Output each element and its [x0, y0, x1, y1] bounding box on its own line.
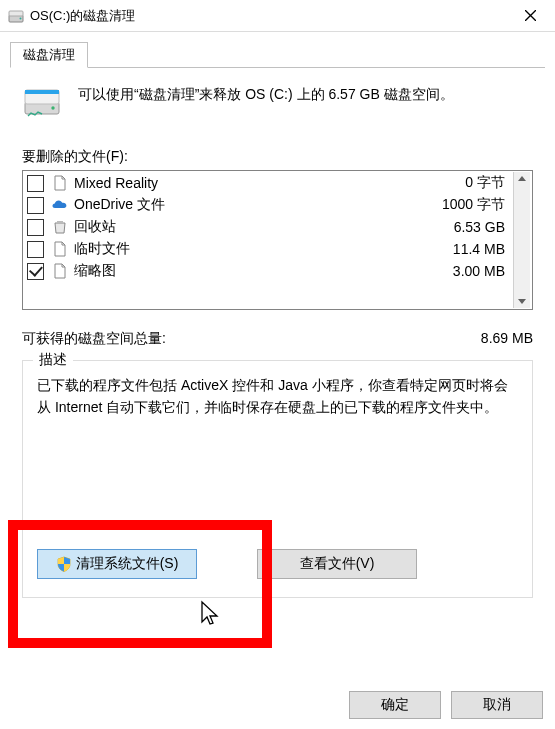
- total-gain-value: 8.69 MB: [481, 330, 533, 348]
- files-list[interactable]: Mixed Reality0 字节OneDrive 文件1000 字节回收站6.…: [25, 172, 513, 308]
- cancel-button[interactable]: 取消: [451, 691, 543, 719]
- view-files-button[interactable]: 查看文件(V): [257, 549, 417, 579]
- files-list-box: Mixed Reality0 字节OneDrive 文件1000 字节回收站6.…: [22, 170, 533, 310]
- file-size: 0 字节: [421, 174, 511, 192]
- file-size: 1000 字节: [421, 196, 511, 214]
- cursor-icon: [200, 600, 220, 628]
- file-name: 缩略图: [74, 262, 421, 280]
- onedrive-icon: [52, 197, 68, 213]
- file-checkbox[interactable]: [27, 197, 44, 214]
- disk-cleanup-icon: [22, 82, 62, 122]
- clean-system-files-label: 清理系统文件(S): [76, 555, 179, 573]
- intro-text: 可以使用“磁盘清理”来释放 OS (C:) 上的 6.57 GB 磁盘空间。: [78, 80, 454, 104]
- file-icon: [52, 175, 68, 191]
- drive-icon: [8, 8, 24, 24]
- close-icon: [525, 10, 536, 21]
- files-to-delete-label: 要删除的文件(F):: [22, 148, 533, 166]
- file-checkbox[interactable]: [27, 175, 44, 192]
- description-legend: 描述: [33, 351, 73, 369]
- cancel-label: 取消: [483, 696, 511, 714]
- file-row[interactable]: OneDrive 文件1000 字节: [25, 194, 513, 216]
- recycle-bin-icon: [52, 219, 68, 235]
- window-title: OS(C:)的磁盘清理: [30, 7, 507, 25]
- ok-label: 确定: [381, 696, 409, 714]
- svg-rect-9: [57, 221, 63, 223]
- tabstrip: 磁盘清理: [10, 42, 545, 68]
- file-row[interactable]: 回收站6.53 GB: [25, 216, 513, 238]
- file-icon: [52, 263, 68, 279]
- file-size: 11.4 MB: [421, 241, 511, 257]
- file-checkbox[interactable]: [27, 219, 44, 236]
- file-row[interactable]: 缩略图3.00 MB: [25, 260, 513, 282]
- file-name: 临时文件: [74, 240, 421, 258]
- shield-icon: [56, 556, 72, 572]
- file-name: Mixed Reality: [74, 175, 421, 191]
- scroll-up-icon[interactable]: [518, 176, 526, 181]
- file-name: OneDrive 文件: [74, 196, 421, 214]
- file-name: 回收站: [74, 218, 421, 236]
- scrollbar[interactable]: [513, 172, 530, 308]
- file-row[interactable]: Mixed Reality0 字节: [25, 172, 513, 194]
- close-button[interactable]: [507, 1, 553, 31]
- file-checkbox[interactable]: [27, 241, 44, 258]
- scroll-down-icon[interactable]: [518, 299, 526, 304]
- file-size: 3.00 MB: [421, 263, 511, 279]
- svg-point-8: [51, 106, 54, 109]
- titlebar: OS(C:)的磁盘清理: [0, 0, 555, 32]
- file-row[interactable]: 临时文件11.4 MB: [25, 238, 513, 260]
- description-group: 描述 已下载的程序文件包括 ActiveX 控件和 Java 小程序，你查看特定…: [22, 360, 533, 598]
- file-size: 6.53 GB: [421, 219, 511, 235]
- total-gain-label: 可获得的磁盘空间总量:: [22, 330, 166, 348]
- svg-rect-7: [25, 90, 59, 94]
- svg-rect-1: [9, 11, 23, 16]
- clean-system-files-button[interactable]: 清理系统文件(S): [37, 549, 197, 579]
- view-files-label: 查看文件(V): [300, 555, 375, 573]
- file-checkbox[interactable]: [27, 263, 44, 280]
- file-icon: [52, 241, 68, 257]
- ok-button[interactable]: 确定: [349, 691, 441, 719]
- svg-point-2: [20, 17, 22, 19]
- description-text: 已下载的程序文件包括 ActiveX 控件和 Java 小程序，你查看特定网页时…: [37, 375, 518, 451]
- tab-disk-cleanup[interactable]: 磁盘清理: [10, 42, 88, 68]
